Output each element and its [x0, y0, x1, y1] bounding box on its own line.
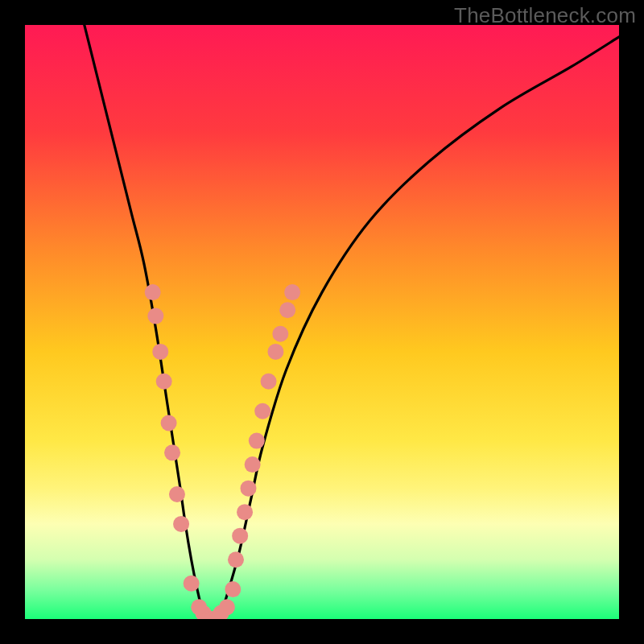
- marker-point: [152, 344, 168, 360]
- marker-point: [184, 576, 200, 592]
- marker-point: [267, 344, 283, 360]
- marker-point: [219, 599, 235, 615]
- marker-point: [254, 403, 270, 419]
- marker-point: [249, 433, 265, 449]
- marker-point: [279, 302, 295, 318]
- marker-point: [164, 444, 180, 460]
- marker-point: [237, 504, 253, 520]
- marker-point: [145, 284, 161, 300]
- marker-point: [232, 528, 248, 544]
- marker-point: [272, 326, 288, 342]
- marker-point: [228, 551, 244, 568]
- marker-point: [225, 581, 241, 597]
- marker-point: [245, 456, 261, 473]
- plot-area: [25, 25, 619, 619]
- marker-point: [261, 374, 277, 390]
- marker-point: [147, 308, 163, 324]
- marker-points: [145, 284, 300, 619]
- bottleneck-curve: [85, 25, 619, 619]
- marker-point: [240, 481, 256, 497]
- marker-point: [284, 284, 300, 300]
- plot-svg: [25, 25, 619, 619]
- marker-point: [156, 374, 172, 390]
- marker-point: [173, 516, 189, 532]
- marker-point: [161, 415, 177, 431]
- marker-point: [169, 486, 185, 502]
